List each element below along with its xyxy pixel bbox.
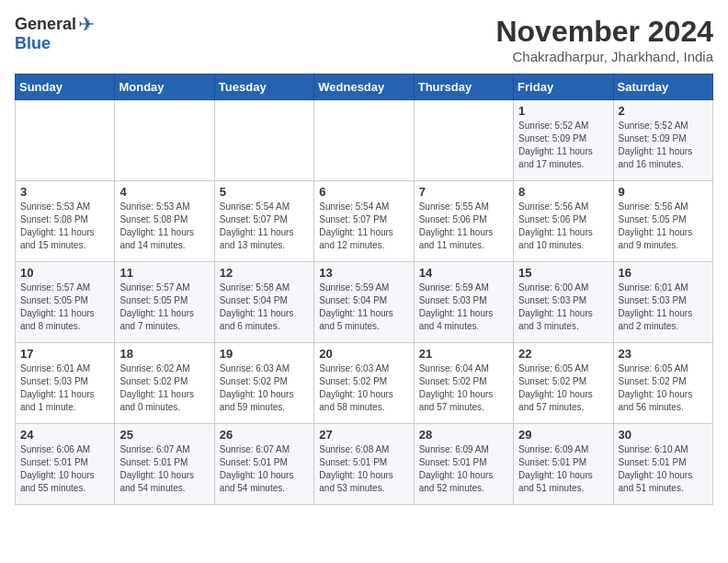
week-row-3: 10Sunrise: 5:57 AMSunset: 5:05 PMDayligh… xyxy=(16,262,713,343)
main-title: November 2024 xyxy=(495,15,713,49)
day-number: 6 xyxy=(319,185,408,199)
logo-general-text: General xyxy=(15,16,76,34)
day-info: Sunrise: 5:59 AMSunset: 5:04 PMDaylight:… xyxy=(319,282,408,333)
calendar-cell: 17Sunrise: 6:01 AMSunset: 5:03 PMDayligh… xyxy=(16,343,115,424)
calendar-cell: 20Sunrise: 6:03 AMSunset: 5:02 PMDayligh… xyxy=(314,343,414,424)
day-info: Sunrise: 6:07 AMSunset: 5:01 PMDaylight:… xyxy=(119,443,209,495)
day-number: 14 xyxy=(419,266,508,280)
day-info: Sunrise: 6:03 AMSunset: 5:02 PMDaylight:… xyxy=(319,362,408,414)
calendar-cell xyxy=(214,100,313,181)
day-number: 30 xyxy=(619,428,708,442)
calendar-cell: 4Sunrise: 5:53 AMSunset: 5:08 PMDaylight… xyxy=(115,181,214,262)
day-number: 8 xyxy=(518,185,608,199)
day-number: 24 xyxy=(20,428,109,442)
day-info: Sunrise: 5:54 AMSunset: 5:07 PMDaylight:… xyxy=(220,201,309,252)
calendar-cell: 21Sunrise: 6:04 AMSunset: 5:02 PMDayligh… xyxy=(414,343,513,424)
col-header-sunday: Sunday xyxy=(16,75,115,100)
day-number: 19 xyxy=(220,347,309,361)
calendar-cell: 7Sunrise: 5:55 AMSunset: 5:06 PMDaylight… xyxy=(414,181,513,262)
logo-blue-text: Blue xyxy=(15,34,51,52)
calendar-cell xyxy=(16,100,115,181)
day-info: Sunrise: 5:55 AMSunset: 5:06 PMDaylight:… xyxy=(419,201,508,252)
day-number: 16 xyxy=(619,266,708,280)
calendar-cell: 13Sunrise: 5:59 AMSunset: 5:04 PMDayligh… xyxy=(314,262,414,343)
day-number: 4 xyxy=(119,185,209,199)
logo: General ✈ Blue xyxy=(15,15,95,53)
day-number: 25 xyxy=(119,428,209,442)
day-info: Sunrise: 5:57 AMSunset: 5:05 PMDaylight:… xyxy=(119,282,209,333)
day-number: 17 xyxy=(20,347,109,361)
day-number: 20 xyxy=(319,347,408,361)
sub-title: Chakradharpur, Jharkhand, India xyxy=(495,49,713,64)
calendar-cell: 9Sunrise: 5:56 AMSunset: 5:05 PMDaylight… xyxy=(613,181,712,262)
day-info: Sunrise: 6:09 AMSunset: 5:01 PMDaylight:… xyxy=(419,443,508,495)
day-info: Sunrise: 6:04 AMSunset: 5:02 PMDaylight:… xyxy=(419,362,508,414)
calendar-cell: 30Sunrise: 6:10 AMSunset: 5:01 PMDayligh… xyxy=(613,424,712,505)
calendar-cell: 29Sunrise: 6:09 AMSunset: 5:01 PMDayligh… xyxy=(514,424,613,505)
day-number: 18 xyxy=(119,347,209,361)
day-number: 27 xyxy=(319,428,408,442)
day-number: 5 xyxy=(220,185,309,199)
calendar-cell: 15Sunrise: 6:00 AMSunset: 5:03 PMDayligh… xyxy=(514,262,613,343)
calendar-cell: 1Sunrise: 5:52 AMSunset: 5:09 PMDaylight… xyxy=(514,100,613,181)
day-info: Sunrise: 5:56 AMSunset: 5:05 PMDaylight:… xyxy=(619,201,708,252)
day-number: 29 xyxy=(518,428,608,442)
calendar-cell: 11Sunrise: 5:57 AMSunset: 5:05 PMDayligh… xyxy=(115,262,214,343)
day-number: 12 xyxy=(220,266,309,280)
calendar-cell: 26Sunrise: 6:07 AMSunset: 5:01 PMDayligh… xyxy=(214,424,313,505)
col-header-saturday: Saturday xyxy=(613,75,712,100)
day-info: Sunrise: 5:58 AMSunset: 5:04 PMDaylight:… xyxy=(220,282,309,333)
calendar-cell: 3Sunrise: 5:53 AMSunset: 5:08 PMDaylight… xyxy=(16,181,115,262)
calendar-cell: 12Sunrise: 5:58 AMSunset: 5:04 PMDayligh… xyxy=(214,262,313,343)
header: General ✈ Blue November 2024 Chakradharp… xyxy=(15,15,713,64)
day-number: 2 xyxy=(619,104,708,118)
day-number: 13 xyxy=(319,266,408,280)
day-info: Sunrise: 5:54 AMSunset: 5:07 PMDaylight:… xyxy=(319,201,408,252)
day-number: 11 xyxy=(119,266,209,280)
day-info: Sunrise: 6:08 AMSunset: 5:01 PMDaylight:… xyxy=(319,443,408,495)
calendar-cell: 10Sunrise: 5:57 AMSunset: 5:05 PMDayligh… xyxy=(16,262,115,343)
calendar-cell: 24Sunrise: 6:06 AMSunset: 5:01 PMDayligh… xyxy=(16,424,115,505)
calendar-cell: 5Sunrise: 5:54 AMSunset: 5:07 PMDaylight… xyxy=(214,181,313,262)
day-number: 21 xyxy=(419,347,508,361)
day-info: Sunrise: 6:03 AMSunset: 5:02 PMDaylight:… xyxy=(220,362,309,414)
col-header-friday: Friday xyxy=(514,75,613,100)
logo-bird-icon: ✈ xyxy=(78,15,95,35)
day-info: Sunrise: 6:01 AMSunset: 5:03 PMDaylight:… xyxy=(619,282,708,333)
day-number: 28 xyxy=(419,428,508,442)
calendar-cell: 22Sunrise: 6:05 AMSunset: 5:02 PMDayligh… xyxy=(514,343,613,424)
calendar-body: 1Sunrise: 5:52 AMSunset: 5:09 PMDaylight… xyxy=(16,100,713,505)
title-area: November 2024 Chakradharpur, Jharkhand, … xyxy=(495,15,713,64)
day-info: Sunrise: 6:05 AMSunset: 5:02 PMDaylight:… xyxy=(619,362,708,414)
calendar-cell: 2Sunrise: 5:52 AMSunset: 5:09 PMDaylight… xyxy=(613,100,712,181)
day-info: Sunrise: 5:52 AMSunset: 5:09 PMDaylight:… xyxy=(619,120,708,171)
calendar-cell: 23Sunrise: 6:05 AMSunset: 5:02 PMDayligh… xyxy=(613,343,712,424)
calendar-cell: 8Sunrise: 5:56 AMSunset: 5:06 PMDaylight… xyxy=(514,181,613,262)
calendar-header-row: SundayMondayTuesdayWednesdayThursdayFrid… xyxy=(16,75,713,100)
week-row-4: 17Sunrise: 6:01 AMSunset: 5:03 PMDayligh… xyxy=(16,343,713,424)
day-number: 10 xyxy=(20,266,109,280)
calendar-cell: 6Sunrise: 5:54 AMSunset: 5:07 PMDaylight… xyxy=(314,181,414,262)
calendar-cell: 18Sunrise: 6:02 AMSunset: 5:02 PMDayligh… xyxy=(115,343,214,424)
col-header-monday: Monday xyxy=(115,75,214,100)
calendar-cell: 19Sunrise: 6:03 AMSunset: 5:02 PMDayligh… xyxy=(214,343,313,424)
day-info: Sunrise: 5:52 AMSunset: 5:09 PMDaylight:… xyxy=(518,120,608,171)
week-row-1: 1Sunrise: 5:52 AMSunset: 5:09 PMDaylight… xyxy=(16,100,713,181)
day-info: Sunrise: 5:56 AMSunset: 5:06 PMDaylight:… xyxy=(518,201,608,252)
day-info: Sunrise: 5:57 AMSunset: 5:05 PMDaylight:… xyxy=(20,282,109,333)
calendar-cell: 16Sunrise: 6:01 AMSunset: 5:03 PMDayligh… xyxy=(613,262,712,343)
day-info: Sunrise: 6:06 AMSunset: 5:01 PMDaylight:… xyxy=(20,443,109,495)
day-info: Sunrise: 5:59 AMSunset: 5:03 PMDaylight:… xyxy=(419,282,508,333)
day-number: 9 xyxy=(619,185,708,199)
calendar-cell: 25Sunrise: 6:07 AMSunset: 5:01 PMDayligh… xyxy=(115,424,214,505)
col-header-thursday: Thursday xyxy=(414,75,513,100)
day-number: 15 xyxy=(518,266,608,280)
day-info: Sunrise: 5:53 AMSunset: 5:08 PMDaylight:… xyxy=(119,201,209,252)
day-info: Sunrise: 6:01 AMSunset: 5:03 PMDaylight:… xyxy=(20,362,109,414)
week-row-5: 24Sunrise: 6:06 AMSunset: 5:01 PMDayligh… xyxy=(16,424,713,505)
day-info: Sunrise: 6:05 AMSunset: 5:02 PMDaylight:… xyxy=(518,362,608,414)
day-info: Sunrise: 6:00 AMSunset: 5:03 PMDaylight:… xyxy=(518,282,608,333)
day-number: 3 xyxy=(20,185,109,199)
day-info: Sunrise: 6:10 AMSunset: 5:01 PMDaylight:… xyxy=(619,443,708,495)
calendar-cell xyxy=(115,100,214,181)
